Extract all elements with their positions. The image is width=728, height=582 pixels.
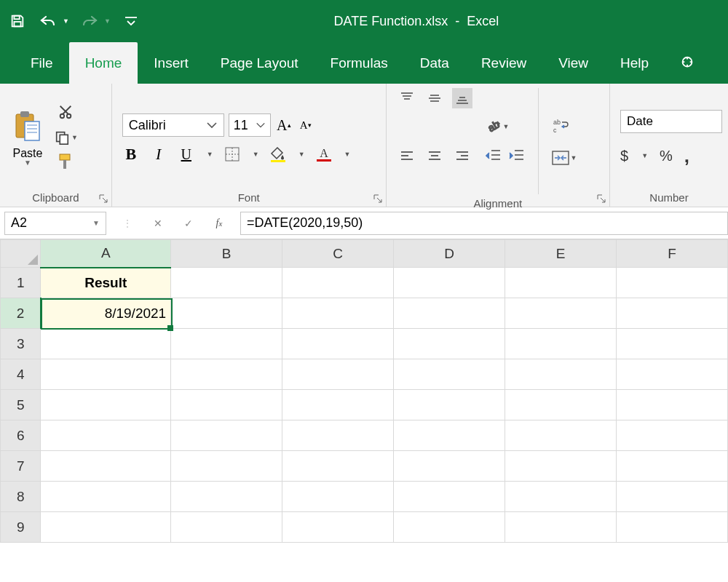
- underline-dropdown[interactable]: ▼: [207, 151, 213, 158]
- row-header-2[interactable]: 2: [1, 298, 41, 329]
- select-all-button[interactable]: [1, 240, 41, 268]
- row-header-3[interactable]: 3: [1, 329, 41, 359]
- cell[interactable]: [505, 390, 617, 420]
- cell[interactable]: [505, 482, 617, 512]
- cell[interactable]: [394, 420, 505, 451]
- paste-icon[interactable]: [13, 110, 42, 146]
- cell[interactable]: [41, 329, 171, 359]
- paste-dropdown[interactable]: ▼: [24, 159, 31, 167]
- cell[interactable]: [41, 390, 171, 420]
- cell[interactable]: [394, 298, 505, 329]
- cell[interactable]: [394, 390, 505, 420]
- row-header-8[interactable]: 8: [1, 482, 41, 512]
- font-name-select[interactable]: Calibri: [122, 113, 224, 137]
- col-header-d[interactable]: D: [394, 240, 505, 268]
- borders-icon[interactable]: [223, 146, 241, 163]
- cell[interactable]: [282, 329, 394, 359]
- accounting-dropdown[interactable]: ▼: [641, 152, 648, 159]
- percent-format-icon[interactable]: %: [660, 148, 673, 164]
- cell[interactable]: [617, 329, 728, 359]
- cell[interactable]: [171, 390, 282, 420]
- fill-color-icon[interactable]: [269, 146, 287, 163]
- align-right-icon[interactable]: [452, 146, 472, 167]
- increase-indent-icon[interactable]: [509, 149, 525, 164]
- cell[interactable]: [617, 420, 728, 451]
- cell[interactable]: [617, 512, 728, 543]
- cell[interactable]: [394, 512, 505, 543]
- tab-data[interactable]: Data: [404, 42, 465, 84]
- cell[interactable]: [505, 451, 617, 482]
- number-format-select[interactable]: Date: [620, 110, 722, 133]
- tab-review[interactable]: Review: [465, 42, 542, 84]
- row-header-7[interactable]: 7: [1, 451, 41, 482]
- decrease-indent-icon[interactable]: [486, 149, 502, 164]
- col-header-e[interactable]: E: [505, 240, 617, 268]
- undo-icon[interactable]: [38, 11, 58, 31]
- align-bottom-icon[interactable]: [452, 88, 472, 108]
- format-painter-icon[interactable]: [57, 153, 74, 172]
- cell[interactable]: [171, 451, 282, 482]
- cell[interactable]: [282, 359, 394, 390]
- cell[interactable]: [171, 359, 282, 390]
- font-dialog-launcher[interactable]: [373, 194, 383, 204]
- cell[interactable]: [617, 451, 728, 482]
- font-color-dropdown[interactable]: ▼: [344, 151, 351, 158]
- cell[interactable]: [505, 268, 617, 298]
- decrease-font-icon[interactable]: A▾: [297, 116, 314, 134]
- tab-formulas[interactable]: Formulas: [314, 42, 404, 84]
- formula-bar[interactable]: =DATE(2020,19,50): [240, 212, 728, 235]
- cell[interactable]: [282, 420, 394, 451]
- accounting-format-icon[interactable]: $: [620, 148, 628, 164]
- bold-button[interactable]: B: [122, 146, 140, 163]
- cell[interactable]: [171, 512, 282, 543]
- align-left-icon[interactable]: [397, 146, 417, 167]
- cell[interactable]: [282, 512, 394, 543]
- col-header-a[interactable]: A: [41, 240, 171, 268]
- cell[interactable]: [394, 482, 505, 512]
- qat-customize-icon[interactable]: [121, 11, 141, 31]
- cell[interactable]: [282, 268, 394, 298]
- cell[interactable]: [282, 390, 394, 420]
- cell[interactable]: [41, 420, 171, 451]
- copy-icon[interactable]: ▼: [54, 129, 78, 146]
- col-header-f[interactable]: F: [617, 240, 728, 268]
- align-center-icon[interactable]: [424, 146, 445, 167]
- cell[interactable]: [505, 298, 617, 329]
- cell[interactable]: [171, 298, 282, 329]
- cell[interactable]: [394, 329, 505, 359]
- undo-dropdown[interactable]: ▼: [63, 17, 69, 25]
- tab-help[interactable]: Help: [604, 42, 665, 84]
- cell[interactable]: [171, 329, 282, 359]
- save-icon[interactable]: [7, 11, 28, 31]
- merge-center-icon[interactable]: ▼: [552, 151, 577, 165]
- col-header-b[interactable]: B: [171, 240, 282, 268]
- cell[interactable]: [617, 390, 728, 420]
- cell[interactable]: [505, 329, 617, 359]
- comma-format-icon[interactable]: ,: [684, 145, 689, 167]
- underline-button[interactable]: U: [178, 146, 195, 163]
- cut-icon[interactable]: [58, 104, 74, 122]
- cell[interactable]: [505, 512, 617, 543]
- font-size-select[interactable]: 11: [229, 113, 271, 137]
- row-header-5[interactable]: 5: [1, 390, 41, 420]
- cell[interactable]: [505, 420, 617, 451]
- wrap-text-icon[interactable]: abc: [552, 118, 577, 136]
- cell[interactable]: [282, 298, 394, 329]
- cancel-formula-icon[interactable]: ✕: [150, 215, 166, 231]
- cell[interactable]: [41, 359, 171, 390]
- cell-a2[interactable]: 8/19/2021: [41, 298, 171, 329]
- align-top-icon[interactable]: [397, 88, 417, 108]
- tell-me-icon[interactable]: [679, 42, 695, 84]
- cell[interactable]: [394, 451, 505, 482]
- cell[interactable]: [41, 451, 171, 482]
- spreadsheet-grid[interactable]: A B C D E F 1Result 28/19/2021 3 4 5 6 7…: [0, 239, 728, 543]
- borders-dropdown[interactable]: ▼: [253, 151, 259, 158]
- col-header-c[interactable]: C: [282, 240, 394, 268]
- cell[interactable]: [282, 451, 394, 482]
- cell[interactable]: [505, 359, 617, 390]
- cell[interactable]: [394, 268, 505, 298]
- font-color-icon[interactable]: A: [315, 146, 333, 163]
- alignment-dialog-launcher[interactable]: [596, 194, 606, 204]
- tab-home[interactable]: Home: [69, 42, 138, 84]
- enter-formula-icon[interactable]: ✓: [181, 215, 197, 231]
